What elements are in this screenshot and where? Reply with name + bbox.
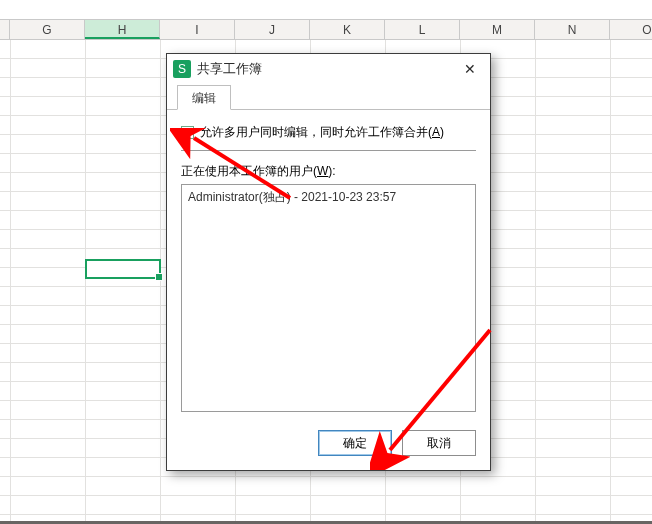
column-header-K[interactable]: K <box>310 20 385 39</box>
gridline <box>610 40 611 521</box>
allow-multiuser-checkbox[interactable] <box>181 126 194 139</box>
top-strip <box>0 0 652 20</box>
dialog-title: 共享工作簿 <box>197 60 450 78</box>
allow-multiuser-label: 允许多用户同时编辑，同时允许工作簿合并(A) <box>200 124 444 141</box>
active-cell[interactable] <box>85 259 161 279</box>
column-header-N[interactable]: N <box>535 20 610 39</box>
dialog-footer: 确定 取消 <box>167 420 490 470</box>
users-label: 正在使用本工作簿的用户(W): <box>181 163 476 180</box>
column-header-I[interactable]: I <box>160 20 235 39</box>
column-header-O[interactable]: O <box>610 20 652 39</box>
column-header-L[interactable]: L <box>385 20 460 39</box>
column-header-J[interactable]: J <box>235 20 310 39</box>
column-headers: GHIJKLMNO <box>0 20 652 40</box>
column-header-H[interactable]: H <box>85 20 160 39</box>
gridline <box>535 40 536 521</box>
user-entry[interactable]: Administrator(独占) - 2021-10-23 23:57 <box>188 189 469 206</box>
column-header-G[interactable]: G <box>10 20 85 39</box>
share-workbook-dialog: S 共享工作簿 ✕ 编辑 允许多用户同时编辑，同时允许工作簿合并(A) 正在使用… <box>166 53 491 471</box>
close-button[interactable]: ✕ <box>450 54 490 84</box>
tab-edit[interactable]: 编辑 <box>177 85 231 110</box>
allow-multiuser-row[interactable]: 允许多用户同时编辑，同时允许工作簿合并(A) <box>181 124 476 151</box>
close-icon: ✕ <box>464 61 476 77</box>
gridline <box>10 40 11 521</box>
dialog-body: 允许多用户同时编辑，同时允许工作簿合并(A) 正在使用本工作簿的用户(W): A… <box>167 110 490 420</box>
users-listbox[interactable]: Administrator(独占) - 2021-10-23 23:57 <box>181 184 476 412</box>
dialog-tabs: 编辑 <box>167 84 490 110</box>
cancel-button[interactable]: 取消 <box>402 430 476 456</box>
column-header-M[interactable]: M <box>460 20 535 39</box>
gridline <box>85 40 86 521</box>
ok-button[interactable]: 确定 <box>318 430 392 456</box>
column-header-partial[interactable] <box>0 20 10 39</box>
app-icon: S <box>173 60 191 78</box>
dialog-titlebar[interactable]: S 共享工作簿 ✕ <box>167 54 490 84</box>
